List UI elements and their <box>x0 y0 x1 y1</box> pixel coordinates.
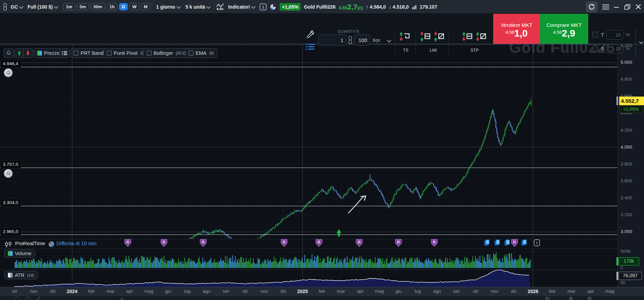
svg-text:R: R <box>202 240 205 244</box>
collapse-left-icon[interactable]: « <box>121 296 123 300</box>
svg-text:R: R <box>433 240 436 244</box>
session-pie-icon[interactable] <box>270 3 277 10</box>
date-tick-label: mar <box>568 289 575 294</box>
stp-label: STP <box>468 48 481 53</box>
timeframe-d[interactable]: D <box>119 3 128 10</box>
volume-last-tab <box>616 257 618 266</box>
alert-line-label[interactable]: 3.757,0 <box>1 161 21 168</box>
limit-order-icon-1[interactable] <box>419 31 431 42</box>
indicators-menu[interactable]: Indicatori <box>228 4 254 10</box>
menu-icon[interactable] <box>602 4 609 10</box>
trailing-stop-icon[interactable] <box>399 31 411 42</box>
timeframe-5m[interactable]: 5m <box>77 3 89 10</box>
volume-axis-zero: 0 <box>621 266 623 270</box>
stop-loss-checkbox[interactable] <box>592 46 598 51</box>
date-tick-label: ott <box>242 289 248 294</box>
take-profit-checkbox[interactable] <box>592 32 598 38</box>
alert-line-label[interactable]: 3.304,0 <box>1 199 21 207</box>
zoom-in-icon[interactable] <box>569 297 573 300</box>
report-doc-icon[interactable] <box>504 239 510 246</box>
timeframe-w[interactable]: W <box>129 3 139 10</box>
svg-text:R: R <box>283 240 285 244</box>
draw-tool-icon[interactable] <box>15 297 20 300</box>
take-profit-input[interactable] <box>606 30 623 40</box>
alert-line-label[interactable]: 2.965,0 <box>1 228 21 236</box>
delay-note-link[interactable]: Differita di 10 min <box>56 240 96 246</box>
units-selector[interactable]: 5 k unità <box>186 4 210 10</box>
date-tick-label: dic <box>280 289 286 294</box>
point-value-input[interactable] <box>354 34 370 46</box>
order-panel-collapse-chevron[interactable] <box>639 40 644 44</box>
link-chain-icon[interactable] <box>3 3 8 11</box>
day-volume: 179.107 <box>420 4 437 10</box>
date-tick-label: mar <box>337 289 345 294</box>
timeframe-1m[interactable]: 1m <box>63 3 75 10</box>
quantity-link-icon[interactable] <box>347 36 353 45</box>
info-icon[interactable]: i <box>260 3 267 10</box>
stop-order-icon-1[interactable] <box>461 31 473 42</box>
restore-window-icon[interactable] <box>624 4 631 10</box>
close-icon[interactable] <box>635 4 641 10</box>
atr-indicator-button[interactable]: ATR(14) <box>4 271 38 279</box>
stop-loss-input[interactable] <box>606 44 623 53</box>
bottom-toolbar-clipped: « 51 <box>0 296 644 300</box>
report-doc-icon[interactable] <box>484 239 490 246</box>
report-doc-icon[interactable] <box>521 239 527 246</box>
delayed-data-icon[interactable] <box>48 241 54 247</box>
stop-loss-label: S <box>601 46 604 51</box>
volume-last-box: 179k <box>619 257 639 266</box>
rollover-badge[interactable]: R <box>431 239 438 247</box>
change-badge: +1,05% <box>280 3 301 11</box>
buy-market-button[interactable]: Comprare MKT 4.562,9 <box>540 14 588 44</box>
svg-text:i: i <box>262 4 264 10</box>
date-tick-label: apr <box>587 289 594 294</box>
sell-market-button[interactable]: Vendere MKT 4.561,0 <box>493 14 540 44</box>
trading-platform-window: Gold Full0226 GC Full (100 $) 1m5m30m1hD… <box>0 0 644 300</box>
date-tick-label: set <box>222 289 229 294</box>
contract-selector[interactable]: Full (100 $) <box>28 4 57 10</box>
date-tick-label: feb <box>88 289 95 294</box>
rollover-badge[interactable]: R <box>200 239 207 247</box>
price-tick-label: 3.200 <box>621 212 632 217</box>
zoom-out-icon[interactable] <box>588 297 592 300</box>
minimize-icon[interactable] <box>614 4 620 10</box>
quantity-expand-chevron[interactable] <box>387 38 392 43</box>
rollover-badge[interactable]: R <box>160 239 167 247</box>
date-tick-label: nov <box>30 289 38 294</box>
rollover-badge[interactable]: R <box>511 239 518 247</box>
rollover-badge[interactable]: R <box>315 239 322 247</box>
rollover-badge[interactable]: R <box>281 239 288 247</box>
report-doc-icon[interactable] <box>494 239 500 246</box>
chart-info-icon[interactable]: i <box>534 239 540 246</box>
timeframe-m[interactable]: M <box>141 3 150 10</box>
date-axis[interactable]: ottnovdic2024febmaraprmaggiulugagosetott… <box>0 287 644 296</box>
order-settings-wrench-icon[interactable] <box>306 30 315 39</box>
line-tool-icon[interactable] <box>36 297 41 300</box>
date-tick-label: lug <box>415 289 421 294</box>
refresh-button[interactable] <box>586 1 598 12</box>
rollover-badge[interactable]: R <box>356 239 363 247</box>
order-list-icon[interactable] <box>306 43 315 50</box>
volume-color-chip <box>8 251 13 256</box>
price-tick-label: 3.600 <box>621 178 632 183</box>
stop-order-icon-2[interactable] <box>475 31 487 42</box>
svg-text:R: R <box>397 240 400 244</box>
date-tick-label: feb <box>549 289 555 294</box>
candlestick-icon <box>5 241 13 248</box>
limit-order-icon-2[interactable] <box>433 31 445 42</box>
volume-indicator-button[interactable]: Volume <box>4 249 35 258</box>
rollover-badge[interactable]: R <box>395 239 402 247</box>
timeframe-1h[interactable]: 1h <box>107 3 117 10</box>
timeframe-30m[interactable]: 30m <box>91 3 105 10</box>
date-tick-label: dic <box>511 289 517 294</box>
period-selector[interactable]: 1 giorno <box>156 4 179 10</box>
svg-text:R: R <box>163 240 165 244</box>
rollover-badge[interactable]: R <box>124 239 131 247</box>
alert-line-label[interactable]: 4.946,4 <box>1 60 21 68</box>
lim-label: LIM <box>426 48 440 53</box>
quantity-input[interactable] <box>318 34 346 46</box>
price-axis[interactable]: 4.552,7 +1,05% 500k 179k 0 76,097 50 5.2… <box>617 44 644 287</box>
symbol-selector[interactable]: GC <box>11 4 22 10</box>
draw-tool-icon[interactable] <box>25 297 30 300</box>
volume-axis-max: 500k <box>621 249 631 254</box>
